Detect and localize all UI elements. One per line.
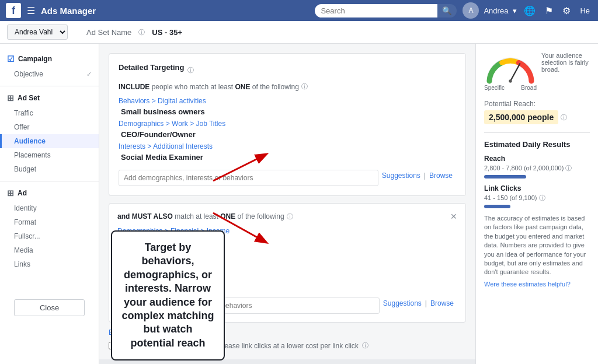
sidebar-item-audience[interactable]: Audience <box>0 134 99 148</box>
app-title: Ads Manager <box>41 6 309 16</box>
search-input[interactable] <box>315 4 443 18</box>
reach-label: Reach <box>484 155 590 163</box>
demographics-item: CEO/Founder/Owner <box>119 130 456 139</box>
targeting-info-icon[interactable]: ⓘ <box>187 66 194 75</box>
behavior-link[interactable]: Behaviors > Digital activities <box>119 97 456 105</box>
nav-right: A Andrea ▾ 🌐 ⚑ ⚙ He <box>463 2 592 19</box>
targeting-box: Detailed Targeting ⓘ INCLUDE people who … <box>109 53 466 196</box>
campaign-header: ☑ Campaign <box>0 51 99 67</box>
ad-section: ⊞ Ad Identity Format Fullscr... Media Li… <box>0 185 99 271</box>
gauge-wrap: Specific Broad <box>484 52 537 91</box>
browse-button-2[interactable]: Browse <box>427 299 457 307</box>
gauge-specific-label: Specific <box>484 85 505 91</box>
sidebar-item-identity[interactable]: Identity <box>0 201 99 215</box>
adset-info-icon[interactable]: ⓘ <box>138 28 145 37</box>
expand-info-icon[interactable]: ⓘ <box>362 341 368 350</box>
ad-grid-icon: ⊞ <box>7 188 14 198</box>
add-demographics-row: Suggestions | Browse <box>119 165 456 186</box>
must-also-header: and MUST ALSO match at least ONE of the … <box>117 212 457 221</box>
settings-icon[interactable]: ⚙ <box>560 4 573 18</box>
flag-icon[interactable]: ⚑ <box>543 4 555 18</box>
sidebar-item-traffic[interactable]: Traffic <box>0 106 99 120</box>
demographics-link[interactable]: Demographics > Work > Job Titles <box>119 120 456 128</box>
sidebar-item-format[interactable]: Format <box>0 215 99 229</box>
link-clicks-metric: Link Clicks 41 - 150 (of 9,100) ⓘ <box>484 184 590 208</box>
link-clicks-info-icon[interactable]: ⓘ <box>539 194 545 201</box>
sidebar: ☑ Campaign Objective ✓ ⊞ Ad Set Traffic … <box>0 44 99 364</box>
potential-reach: Potential Reach: 2,500,000 people ⓘ <box>484 99 590 124</box>
sidebar-item-fullscreen[interactable]: Fullscr... <box>0 229 99 243</box>
objective-check-icon: ✓ <box>86 71 92 78</box>
globe-icon[interactable]: 🌐 <box>521 4 538 18</box>
ad-header: ⊞ Ad <box>0 185 99 201</box>
close-button[interactable]: Close <box>14 299 85 316</box>
top-nav: f ☰ Ads Manager 🔍 A Andrea ▾ 🌐 ⚑ ⚙ He <box>0 0 598 21</box>
reach-value-info-icon[interactable]: ⓘ <box>565 164 572 172</box>
behavior-item: Small business owners <box>119 107 456 116</box>
gauge-chart <box>484 52 537 84</box>
facebook-logo: f <box>6 3 21 18</box>
reach-info-icon[interactable]: ⓘ <box>561 113 567 122</box>
gauge-container: Specific Broad Your audience selection i… <box>484 52 590 91</box>
svg-line-1 <box>213 213 266 242</box>
include-label: INCLUDE people who match at least ONE of… <box>119 83 299 91</box>
campaign-check-icon: ☑ <box>7 54 15 64</box>
link-clicks-value: 41 - 150 (of 9,100) ⓘ <box>484 194 590 202</box>
sidebar-item-budget[interactable]: Budget <box>0 162 99 176</box>
adset-name-label: Ad Set Name <box>86 28 131 37</box>
sidebar-item-placements[interactable]: Placements <box>0 148 99 162</box>
account-select[interactable]: Andrea Vahl <box>7 24 68 40</box>
interests-item: Social Media Examiner <box>119 153 456 162</box>
link-clicks-bar <box>484 205 510 208</box>
gauge-labels: Specific Broad <box>484 85 537 91</box>
ad-label: Ad <box>18 189 27 197</box>
sidebar-divider-2 <box>0 181 99 181</box>
right-panel: Specific Broad Your audience selection i… <box>475 44 598 364</box>
callout-text: Target by behaviors, demographics, or in… <box>121 242 214 349</box>
svg-point-3 <box>509 79 512 82</box>
est-note: The accuracy of estimates is based on fa… <box>484 214 590 277</box>
must-also-close-button[interactable]: ✕ <box>450 212 457 221</box>
adset-grid-icon: ⊞ <box>7 93 14 103</box>
campaign-label: Campaign <box>18 55 52 63</box>
reach-value: 2,800 - 7,800 (of 2,000,000) ⓘ <box>484 164 590 173</box>
browse-button[interactable]: Browse <box>426 172 456 180</box>
help-label[interactable]: He <box>578 5 592 16</box>
svg-line-2 <box>510 64 520 81</box>
sidebar-divider-1 <box>0 86 99 86</box>
adset-section: ⊞ Ad Set Traffic Offer Audience Placemen… <box>0 90 99 176</box>
reach-bar <box>484 175 526 178</box>
chevron-down-icon[interactable]: ▾ <box>513 6 517 15</box>
estimated-daily: Estimated Daily Results Reach 2,800 - 7,… <box>484 132 590 288</box>
arrow-2-icon <box>207 207 277 254</box>
avatar: A <box>463 2 479 19</box>
svg-line-0 <box>213 155 266 181</box>
main-layout: ☑ Campaign Objective ✓ ⊞ Ad Set Traffic … <box>0 44 598 364</box>
targeting-title: Detailed Targeting <box>119 63 184 72</box>
potential-reach-label: Potential Reach: <box>484 100 536 108</box>
arrow-1-icon <box>207 152 277 187</box>
include-info-icon[interactable]: ⓘ <box>301 82 308 91</box>
suggestions-button-2[interactable]: Suggestions <box>380 299 425 307</box>
user-name: Andrea <box>484 6 508 15</box>
adset-name-value: US - 35+ <box>152 28 182 37</box>
menu-icon[interactable]: ☰ <box>27 5 35 16</box>
gauge-broad-label: Broad <box>521 85 537 91</box>
sidebar-item-objective[interactable]: Objective ✓ <box>0 67 99 81</box>
interests-link[interactable]: Interests > Additional Interests <box>119 142 456 150</box>
campaign-section: ☑ Campaign Objective ✓ <box>0 51 99 81</box>
must-also-info-icon[interactable]: ⓘ <box>287 212 293 221</box>
second-bar: Andrea Vahl Ad Set Name ⓘ US - 35+ <box>0 21 598 44</box>
potential-reach-value: 2,500,000 people <box>484 110 558 124</box>
sidebar-item-media[interactable]: Media <box>0 243 99 257</box>
adset-label: Ad Set <box>18 94 40 102</box>
audience-note: Your audience selection is fairly broad. <box>541 52 590 73</box>
reach-metric: Reach 2,800 - 7,800 (of 2,000,000) ⓘ <box>484 155 590 178</box>
sidebar-item-links[interactable]: Links <box>0 257 99 271</box>
est-daily-title: Estimated Daily Results <box>484 140 590 149</box>
sidebar-item-offer[interactable]: Offer <box>0 120 99 134</box>
suggestions-button[interactable]: Suggestions <box>378 172 424 180</box>
est-helpful-link[interactable]: Were these estimates helpful? <box>484 281 590 288</box>
search-button[interactable]: 🔍 <box>437 4 457 18</box>
link-clicks-label: Link Clicks <box>484 184 590 192</box>
